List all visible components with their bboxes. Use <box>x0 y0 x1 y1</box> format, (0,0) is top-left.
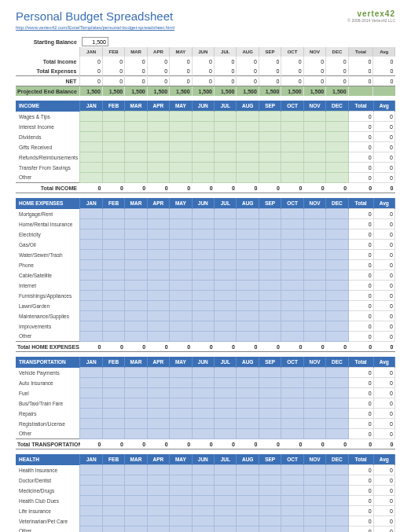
data-cell[interactable] <box>281 332 303 342</box>
data-cell[interactable] <box>303 409 325 419</box>
data-cell[interactable] <box>281 291 303 301</box>
data-cell[interactable] <box>326 229 348 240</box>
data-cell[interactable] <box>215 209 237 219</box>
data-cell[interactable] <box>281 388 303 398</box>
data-cell[interactable] <box>259 142 281 152</box>
data-cell[interactable] <box>170 311 192 321</box>
data-cell[interactable] <box>303 260 325 270</box>
data-cell[interactable] <box>259 388 281 398</box>
data-cell[interactable] <box>80 332 102 342</box>
data-cell[interactable] <box>125 398 147 409</box>
data-cell[interactable] <box>237 173 259 183</box>
data-cell[interactable] <box>303 311 325 321</box>
data-cell[interactable] <box>102 281 124 291</box>
data-cell[interactable] <box>326 321 348 332</box>
data-cell[interactable] <box>147 419 169 429</box>
data-cell[interactable] <box>170 526 192 533</box>
data-cell[interactable] <box>237 321 259 332</box>
data-cell[interactable] <box>215 163 237 173</box>
data-cell[interactable] <box>237 475 259 486</box>
data-cell[interactable] <box>237 163 259 173</box>
data-cell[interactable] <box>237 378 259 388</box>
data-cell[interactable] <box>170 486 192 496</box>
data-cell[interactable] <box>80 475 102 486</box>
data-cell[interactable] <box>326 132 348 142</box>
data-cell[interactable] <box>215 229 237 240</box>
data-cell[interactable] <box>170 378 192 388</box>
data-cell[interactable] <box>170 429 192 439</box>
data-cell[interactable] <box>281 219 303 229</box>
data-cell[interactable] <box>259 506 281 516</box>
data-cell[interactable] <box>326 378 348 388</box>
data-cell[interactable] <box>80 409 102 419</box>
data-cell[interactable] <box>147 260 169 270</box>
data-cell[interactable] <box>237 260 259 270</box>
data-cell[interactable] <box>80 321 102 332</box>
data-cell[interactable] <box>259 486 281 496</box>
data-cell[interactable] <box>326 311 348 321</box>
data-cell[interactable] <box>303 475 325 486</box>
data-cell[interactable] <box>102 516 124 526</box>
data-cell[interactable] <box>326 409 348 419</box>
data-cell[interactable] <box>237 229 259 240</box>
data-cell[interactable] <box>215 132 237 142</box>
data-cell[interactable] <box>147 388 169 398</box>
data-cell[interactable] <box>237 112 259 122</box>
data-cell[interactable] <box>147 398 169 409</box>
data-cell[interactable] <box>147 496 169 506</box>
data-cell[interactable] <box>102 398 124 409</box>
data-cell[interactable] <box>80 506 102 516</box>
data-cell[interactable] <box>102 475 124 486</box>
data-cell[interactable] <box>215 281 237 291</box>
data-cell[interactable] <box>215 516 237 526</box>
data-cell[interactable] <box>125 526 147 533</box>
data-cell[interactable] <box>215 486 237 496</box>
data-cell[interactable] <box>147 516 169 526</box>
data-cell[interactable] <box>259 429 281 439</box>
data-cell[interactable] <box>215 219 237 229</box>
data-cell[interactable] <box>125 429 147 439</box>
data-cell[interactable] <box>259 465 281 475</box>
data-cell[interactable] <box>125 260 147 270</box>
data-cell[interactable] <box>125 270 147 281</box>
data-cell[interactable] <box>192 506 214 516</box>
data-cell[interactable] <box>147 229 169 240</box>
data-cell[interactable] <box>80 291 102 301</box>
data-cell[interactable] <box>281 378 303 388</box>
data-cell[interactable] <box>170 516 192 526</box>
data-cell[interactable] <box>192 291 214 301</box>
data-cell[interactable] <box>259 368 281 378</box>
data-cell[interactable] <box>192 112 214 122</box>
data-cell[interactable] <box>326 219 348 229</box>
data-cell[interactable] <box>281 229 303 240</box>
data-cell[interactable] <box>102 332 124 342</box>
data-cell[interactable] <box>259 321 281 332</box>
data-cell[interactable] <box>170 250 192 260</box>
data-cell[interactable] <box>326 152 348 163</box>
data-cell[interactable] <box>215 173 237 183</box>
data-cell[interactable] <box>326 506 348 516</box>
data-cell[interactable] <box>281 260 303 270</box>
data-cell[interactable] <box>102 291 124 301</box>
data-cell[interactable] <box>192 122 214 132</box>
data-cell[interactable] <box>192 409 214 419</box>
data-cell[interactable] <box>303 332 325 342</box>
data-cell[interactable] <box>303 398 325 409</box>
data-cell[interactable] <box>170 142 192 152</box>
data-cell[interactable] <box>147 301 169 311</box>
data-cell[interactable] <box>259 516 281 526</box>
data-cell[interactable] <box>303 321 325 332</box>
data-cell[interactable] <box>237 368 259 378</box>
data-cell[interactable] <box>215 409 237 419</box>
data-cell[interactable] <box>192 209 214 219</box>
data-cell[interactable] <box>125 465 147 475</box>
data-cell[interactable] <box>80 311 102 321</box>
data-cell[interactable] <box>192 368 214 378</box>
data-cell[interactable] <box>215 311 237 321</box>
data-cell[interactable] <box>259 496 281 506</box>
data-cell[interactable] <box>326 291 348 301</box>
data-cell[interactable] <box>259 163 281 173</box>
data-cell[interactable] <box>326 496 348 506</box>
data-cell[interactable] <box>192 301 214 311</box>
starting-balance-input[interactable] <box>82 37 108 46</box>
